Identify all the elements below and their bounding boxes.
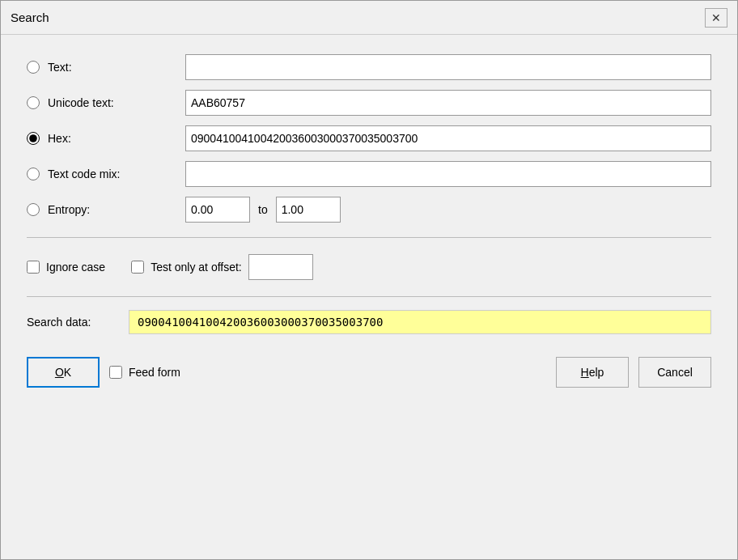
entropy-radio[interactable] <box>27 203 40 216</box>
button-row: OK Feed form Help Cancel <box>27 350 711 391</box>
unicode-label-group: Unicode text: <box>27 96 172 109</box>
search-data-label: Search data: <box>27 316 116 329</box>
help-button-label: Help <box>581 366 604 379</box>
text-code-mix-label: Text code mix: <box>48 168 120 180</box>
feed-form-checkbox[interactable] <box>109 366 122 379</box>
text-radio[interactable] <box>27 61 40 74</box>
unicode-row: Unicode text: <box>27 90 711 116</box>
ignore-case-checkbox[interactable] <box>27 261 40 274</box>
unicode-radio[interactable] <box>27 96 40 109</box>
hex-label-group: Hex: <box>27 132 172 145</box>
divider-2 <box>27 296 711 297</box>
divider-1 <box>27 237 711 238</box>
search-data-row: Search data: 090041004100420036003000370… <box>27 310 711 334</box>
hex-row: Hex: <box>27 125 711 151</box>
test-offset-checkbox[interactable] <box>131 261 144 274</box>
help-button[interactable]: Help <box>556 357 629 388</box>
hex-radio[interactable] <box>27 132 40 145</box>
test-offset-label: Test only at offset: <box>151 261 242 274</box>
text-code-mix-input[interactable] <box>185 161 711 187</box>
options-row: Ignore case Test only at offset: <box>27 251 711 283</box>
dialog-body: Text: Unicode text: Hex: <box>1 35 737 559</box>
entropy-label: Entropy: <box>48 203 90 216</box>
form-rows: Text: Unicode text: Hex: <box>27 54 711 223</box>
entropy-inputs: to <box>185 197 341 223</box>
entropy-to-label: to <box>258 203 268 216</box>
text-code-mix-radio[interactable] <box>27 168 40 180</box>
dialog-title: Search <box>11 11 49 24</box>
unicode-input[interactable] <box>185 90 711 116</box>
text-code-mix-label-group: Text code mix: <box>27 168 172 180</box>
offset-input[interactable] <box>248 254 313 280</box>
test-offset-group: Test only at offset: <box>131 254 313 280</box>
text-label: Text: <box>48 61 72 74</box>
title-bar: Search ✕ <box>1 1 737 35</box>
ok-button-label: OK <box>55 366 71 379</box>
text-label-group: Text: <box>27 61 172 74</box>
search-data-value: 090041004100420036003000370035003700 <box>129 310 711 334</box>
feed-form-label: Feed form <box>129 366 180 379</box>
feed-form-group: Feed form <box>109 366 180 379</box>
ok-button[interactable]: OK <box>27 357 100 388</box>
cancel-button[interactable]: Cancel <box>638 357 711 388</box>
hex-input[interactable] <box>185 125 711 151</box>
entropy-row: Entropy: to <box>27 197 711 223</box>
text-code-mix-row: Text code mix: <box>27 161 711 187</box>
close-button[interactable]: ✕ <box>705 8 727 28</box>
search-dialog: Search ✕ Text: Unicode text: <box>0 0 738 560</box>
hex-label: Hex: <box>48 132 71 145</box>
cancel-button-label: Cancel <box>657 366 693 379</box>
ignore-case-group: Ignore case <box>27 261 105 274</box>
unicode-label: Unicode text: <box>48 96 114 109</box>
entropy-label-group: Entropy: <box>27 203 172 216</box>
text-row: Text: <box>27 54 711 80</box>
text-input[interactable] <box>185 54 711 80</box>
ignore-case-label: Ignore case <box>46 261 105 274</box>
entropy-from-input[interactable] <box>185 197 250 223</box>
entropy-to-input[interactable] <box>276 197 341 223</box>
